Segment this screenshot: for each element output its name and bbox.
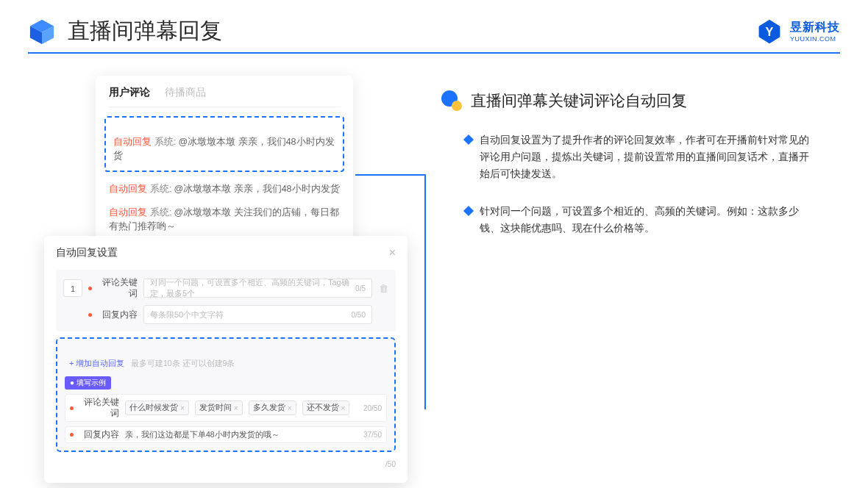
bubble-icon (441, 90, 462, 111)
brand-name-en: YUUXIN.COM (790, 35, 840, 43)
label-content: 回复内容 (81, 429, 119, 440)
tag-chip[interactable]: 多久发货× (249, 401, 296, 415)
diamond-icon (463, 134, 474, 145)
required-dot-icon (88, 313, 92, 317)
auto-reply-tag: 自动回复 (109, 207, 147, 218)
brand-logo-icon: Y (756, 18, 783, 45)
delete-icon[interactable]: 🗑 (378, 283, 388, 294)
tag-chip[interactable]: 还不发货× (302, 401, 350, 415)
bullet-text: 针对同一个问题，可设置多个相近的、高频的关键词。例如：这款多少钱、这块能优惠吗、… (480, 203, 809, 237)
close-icon[interactable]: × (389, 246, 396, 259)
comment-item: 自动回复系统:@冰墩墩本墩 关注我们的店铺，每日都有热门推荐哟～ (109, 206, 340, 234)
remove-tag-icon[interactable]: × (288, 404, 292, 412)
brand-block: Y 昱新科技 YUUXIN.COM (756, 18, 840, 45)
label-content: 回复内容 (99, 309, 138, 320)
remove-tag-icon[interactable]: × (234, 404, 238, 412)
section-title: 直播间弹幕关键词评论自动回复 (471, 90, 687, 111)
comment-item: 自动回复系统:@冰墩墩本墩 亲亲，我们48小时内发货 (113, 135, 335, 163)
cube-icon (28, 18, 56, 46)
add-auto-reply-link[interactable]: + 增加自动回复 (69, 358, 124, 369)
svg-text:Y: Y (766, 25, 774, 38)
label-keyword: 评论关键词 (99, 277, 138, 299)
bullet-item: 针对同一个问题，可设置多个相近的、高频的关键词。例如：这款多少钱、这块能优惠吗、… (441, 203, 809, 237)
auto-reply-tag: 自动回复 (113, 137, 152, 147)
rule-index: 1 (63, 279, 82, 297)
content-input[interactable]: 每条限50个中文字符 0/50 (143, 305, 372, 324)
example-content: 亲，我们这边都是下单48小时内发货的哦～ (125, 430, 280, 440)
outer-count: /50 (385, 460, 396, 468)
comments-panel: 用户评论 待播商品 自动回复系统:@冰墩墩本墩 亲亲，我们48小时内发货 自动回… (96, 76, 353, 250)
tag-chip[interactable]: 什么时候发货× (125, 401, 189, 415)
required-dot-icon (70, 433, 74, 437)
comment-highlight: 自动回复系统:@冰墩墩本墩 亲亲，我们48小时内发货 (104, 116, 344, 172)
tab-pending-goods[interactable]: 待播商品 (165, 86, 206, 99)
auto-reply-settings-panel: 自动回复设置 × 1 评论关键词 对同一个问题，可设置多个相近、高频的关键词，T… (44, 236, 408, 483)
example-box: + 增加自动回复 最多可建10条 还可以创建9条 ● 填写示例 评论关键词 什么… (56, 337, 396, 452)
tag-chip[interactable]: 发货时间× (195, 401, 243, 415)
brand-name-cn: 昱新科技 (790, 20, 840, 35)
keyword-input[interactable]: 对同一个问题，可设置多个相近、高频的关键词，Tag确定，最多5个 0/5 (143, 279, 372, 298)
required-dot-icon (70, 406, 74, 410)
tab-user-comments[interactable]: 用户评论 (109, 86, 150, 99)
auto-reply-tag: 自动回复 (109, 184, 147, 194)
bullet-item: 自动回复设置为了提升作者的评论回复效率，作者可在开播前针对常见的评论用户问题，提… (441, 132, 809, 182)
page-header: 直播间弹幕回复 Y 昱新科技 YUUXIN.COM (0, 0, 868, 52)
remove-tag-icon[interactable]: × (341, 404, 346, 412)
required-dot-icon (88, 287, 92, 290)
page-title: 直播间弹幕回复 (68, 16, 222, 46)
example-badge: ● 填写示例 (65, 376, 111, 390)
comments-tabs: 用户评论 待播商品 (109, 86, 340, 107)
comment-item: 自动回复系统:@冰墩墩本墩 亲亲，我们48小时内发货 (109, 182, 340, 196)
bullet-text: 自动回复设置为了提升作者的评论回复效率，作者可在开播前针对常见的评论用户问题，提… (480, 132, 809, 182)
add-hint: 最多可建10条 还可以创建9条 (131, 359, 235, 367)
remove-tag-icon[interactable]: × (180, 404, 185, 412)
diamond-icon (463, 206, 474, 216)
label-keyword: 评论关键词 (81, 397, 119, 419)
settings-title: 自动回复设置 (56, 246, 118, 259)
